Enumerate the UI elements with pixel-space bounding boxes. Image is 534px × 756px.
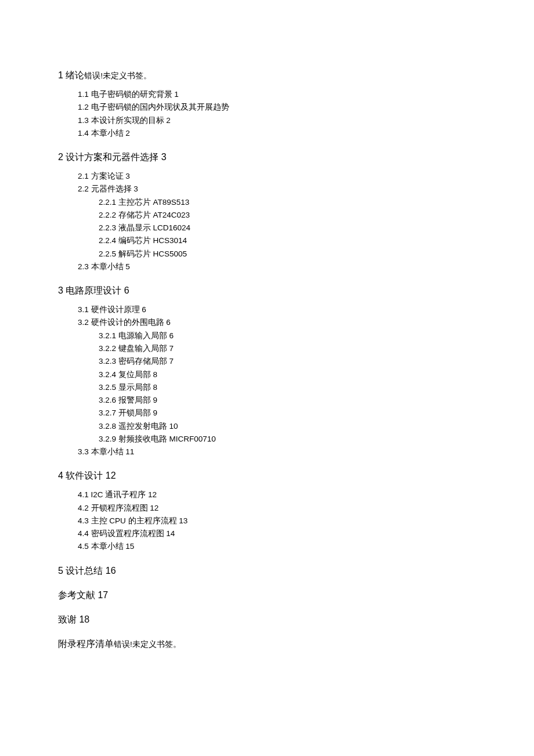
section-title: 绪论 <box>66 70 84 80</box>
toc-section-5: 5 设计总结 16 <box>58 564 476 578</box>
toc-subitem: 2.2.3 液晶显示 LCD16024 <box>99 222 476 234</box>
section-number: 1 <box>58 70 63 80</box>
toc-subitem: 3.2.3 密码存储局部 7 <box>99 355 476 368</box>
toc-item: 2.1 方案论证 3 <box>78 170 476 183</box>
toc-item: 1.2 电子密码锁的国内外现状及其开展趋势 <box>78 101 476 114</box>
toc-references: 参考文献 17 <box>58 588 476 602</box>
toc-appendix: 附录程序清单错误!未定义书签。 <box>58 637 476 651</box>
toc-item: 4.5 本章小结 15 <box>78 540 476 553</box>
toc-item: 4.1 I2C 通讯子程序 12 <box>78 489 476 501</box>
toc-subitem: 3.2.2 键盘输入局部 7 <box>99 342 476 355</box>
section-number: 2 <box>58 152 63 162</box>
document-page: 1 绪论错误!未定义书签。 1.1 电子密码锁的研究背景 1 1.2 电子密码锁… <box>0 0 534 703</box>
toc-item: 3.1 硬件设计原理 6 <box>78 303 476 316</box>
bookmark-error: 错误!未定义书签。 <box>114 640 181 649</box>
toc-item: 4.4 密码设置程序流程图 14 <box>78 527 476 540</box>
toc-subitem: 3.2.1 电源输入局部 6 <box>99 330 476 342</box>
section-title: 软件设计 12 <box>63 471 116 480</box>
toc-item: 4.2 开锁程序流程图 12 <box>78 502 476 515</box>
toc-subitem: 3.2.6 报警局部 9 <box>99 394 476 407</box>
toc-subitem: 3.2.4 复位局部 8 <box>99 368 476 381</box>
toc-item: 2.3 本章小结 5 <box>78 261 476 273</box>
bookmark-error: 错误!未定义书签。 <box>84 71 151 80</box>
toc-item: 1.3 本设计所实现的目标 2 <box>78 114 476 127</box>
section-number: 3 <box>58 285 63 295</box>
toc-subitem: 2.2.2 存储芯片 AT24C023 <box>99 209 476 222</box>
toc-section-1: 1 绪论错误!未定义书签。 <box>58 68 476 82</box>
toc-subitem: 3.2.5 显示局部 8 <box>99 381 476 394</box>
toc-subitem: 2.2.4 编码芯片 HCS3014 <box>99 234 476 247</box>
section-title: 电路原理设计 6 <box>63 285 129 295</box>
toc-item: 4.3 主控 CPU 的主程序流程 13 <box>78 515 476 527</box>
toc-subitem: 3.2.7 开锁局部 9 <box>99 407 476 419</box>
toc-item: 1.1 电子密码锁的研究背景 1 <box>78 88 476 101</box>
toc-acknowledgements: 致谢 18 <box>58 613 476 627</box>
toc-section-2: 2 设计方案和元器件选择 3 <box>58 150 476 164</box>
appendix-title: 附录程序清单 <box>58 639 114 649</box>
section-number: 5 <box>58 566 63 576</box>
toc-item: 1.4 本章小结 2 <box>78 127 476 140</box>
toc-subitem: 3.2.9 射频接收电路 MICRF00710 <box>99 433 476 446</box>
section-title: 设计方案和元器件选择 3 <box>63 152 167 162</box>
toc-subitem: 3.2.8 遥控发射电路 10 <box>99 420 476 433</box>
toc-item: 3.3 本章小结 11 <box>78 446 476 458</box>
toc-section-4: 4 软件设计 12 <box>58 469 476 483</box>
toc-section-3: 3 电路原理设计 6 <box>58 284 476 298</box>
toc-subitem: 2.2.1 主控芯片 AT89S513 <box>99 196 476 209</box>
toc-item: 2.2 元器件选择 3 <box>78 183 476 196</box>
toc-item: 3.2 硬件设计的外围电路 6 <box>78 316 476 329</box>
toc-subitem: 2.2.5 解码芯片 HCS5005 <box>99 248 476 261</box>
section-number: 4 <box>58 471 63 480</box>
section-title: 设计总结 16 <box>63 566 116 576</box>
